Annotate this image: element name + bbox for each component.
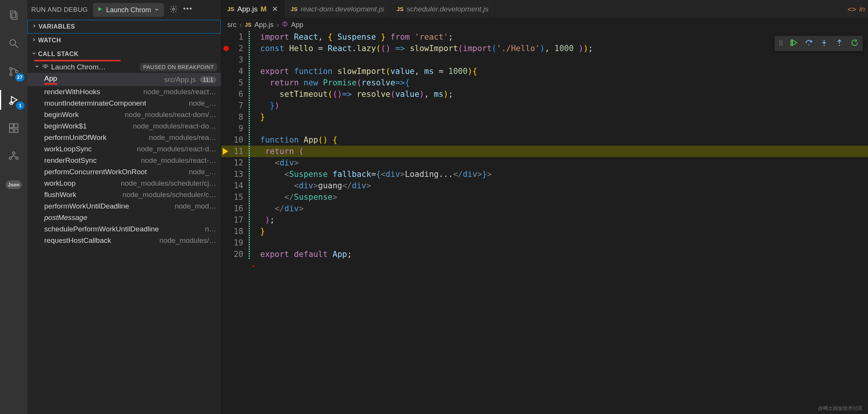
stack-frame[interactable]: postMessage bbox=[27, 212, 221, 223]
breakpoint-gutter[interactable] bbox=[221, 237, 231, 249]
callstack-section[interactable]: CALL STACK bbox=[27, 47, 221, 61]
code-line[interactable]: 17 ); bbox=[221, 214, 868, 226]
breakpoint-gutter[interactable] bbox=[221, 249, 231, 260]
debug-session[interactable]: Launch Chrom… PAUSED ON BREAKPOINT bbox=[27, 61, 221, 73]
git-graph-icon[interactable] bbox=[5, 147, 23, 165]
code-line[interactable]: 10 function App() { bbox=[221, 134, 868, 146]
code-line[interactable]: 1 import React, { Suspense } from 'react… bbox=[221, 31, 868, 43]
breakpoint-gutter[interactable] bbox=[221, 123, 231, 134]
code-line[interactable]: 19 bbox=[221, 237, 868, 249]
step-into-button[interactable] bbox=[820, 39, 828, 49]
code-line[interactable]: 9 bbox=[221, 123, 868, 134]
overflow-tab[interactable]: <> in bbox=[841, 0, 868, 18]
stack-frame[interactable]: renderWithHooksnode_modules/react… bbox=[27, 86, 221, 98]
code-content[interactable]: function App() { bbox=[251, 134, 868, 146]
code-content[interactable]: export default App; bbox=[251, 249, 868, 260]
breakpoint-gutter[interactable] bbox=[221, 54, 231, 66]
stack-frame[interactable]: workLoopSyncnode_modules/react-d… bbox=[27, 143, 221, 155]
editor-tab[interactable]: JSreact-dom.development.js bbox=[285, 0, 391, 18]
watch-section[interactable]: WATCH bbox=[27, 34, 221, 47]
extensions-icon[interactable] bbox=[5, 119, 23, 137]
breadcrumbs[interactable]: src › JS App.js › App bbox=[221, 18, 868, 31]
stack-frame[interactable]: schedulePerformWorkUntilDeadlinen… bbox=[27, 223, 221, 235]
editor-tab[interactable]: JSApp.jsM✕ bbox=[221, 0, 285, 18]
code-content[interactable]: export function slowImport(value, ms = 1… bbox=[251, 66, 868, 77]
breakpoint-gutter[interactable] bbox=[221, 191, 231, 203]
code-content[interactable]: </Suspense> bbox=[251, 191, 868, 203]
code-content[interactable]: <div> bbox=[251, 157, 868, 168]
stack-frame[interactable]: performUnitOfWorknode_modules/rea… bbox=[27, 132, 221, 143]
breakpoint-gutter[interactable] bbox=[221, 66, 231, 77]
breakpoint-gutter[interactable] bbox=[221, 88, 231, 100]
code-content[interactable]: return new Promise(resolve=>{ bbox=[251, 77, 868, 88]
code-line[interactable]: 20 export default App; bbox=[221, 249, 868, 260]
more-icon[interactable]: ••• bbox=[183, 5, 193, 15]
code-line[interactable]: 16 </div> bbox=[221, 203, 868, 214]
stack-frame[interactable]: mountIndeterminateComponentnode_… bbox=[27, 98, 221, 109]
close-tab-icon[interactable]: ✕ bbox=[272, 5, 278, 13]
code-line[interactable]: 2 const Hello = React.lazy(() => slowImp… bbox=[221, 43, 868, 54]
stack-frame[interactable]: requestHostCallbacknode_modules/… bbox=[27, 235, 221, 246]
code-line[interactable]: 13 <Suspense fallback={<div>Loading...</… bbox=[221, 168, 868, 180]
crumb-file[interactable]: App.js bbox=[254, 21, 273, 29]
stack-frame[interactable]: performWorkUntilDeadlinenode_mod… bbox=[27, 201, 221, 212]
gear-icon[interactable] bbox=[169, 5, 178, 15]
breakpoint-icon[interactable] bbox=[223, 46, 229, 51]
breakpoint-gutter[interactable] bbox=[221, 180, 231, 191]
breakpoint-gutter[interactable] bbox=[221, 203, 231, 214]
code-content[interactable]: } bbox=[251, 111, 868, 123]
code-content[interactable]: <Suspense fallback={<div>Loading...</div… bbox=[251, 168, 868, 180]
step-over-button[interactable] bbox=[805, 39, 813, 49]
breakpoint-gutter[interactable] bbox=[221, 100, 231, 111]
code-line[interactable]: 12 <div> bbox=[221, 157, 868, 168]
breakpoint-gutter[interactable] bbox=[221, 111, 231, 123]
stack-frame[interactable]: flushWorknode_modules/scheduler/c… bbox=[27, 189, 221, 201]
explorer-icon[interactable] bbox=[5, 6, 23, 24]
breakpoint-gutter[interactable] bbox=[221, 146, 231, 157]
drag-handle-icon[interactable]: ⠿ bbox=[778, 39, 783, 48]
stack-frame[interactable]: workLoopnode_modules/scheduler/cj… bbox=[27, 178, 221, 189]
breakpoint-gutter[interactable] bbox=[221, 43, 231, 54]
continue-button[interactable] bbox=[789, 39, 798, 49]
code-content[interactable]: }) bbox=[251, 100, 868, 111]
stack-frame[interactable]: renderRootSyncnode_modules/react-… bbox=[27, 155, 221, 166]
breakpoint-gutter[interactable] bbox=[221, 157, 231, 168]
code-editor[interactable]: 1 import React, { Suspense } from 'react… bbox=[221, 31, 868, 414]
code-line[interactable]: 15 </Suspense> bbox=[221, 191, 868, 203]
breakpoint-gutter[interactable] bbox=[221, 214, 231, 226]
code-content[interactable] bbox=[251, 123, 868, 134]
stack-frame[interactable]: Appsrc/App.js11:1 bbox=[27, 73, 221, 86]
crumb-symbol[interactable]: App bbox=[291, 21, 303, 29]
variables-section[interactable]: VARIABLES bbox=[27, 20, 221, 34]
source-control-icon[interactable]: 27 bbox=[5, 63, 23, 81]
code-content[interactable]: </div> bbox=[251, 203, 868, 214]
breakpoint-gutter[interactable] bbox=[221, 168, 231, 180]
stack-frame[interactable]: beginWork$1node_modules/react-do… bbox=[27, 120, 221, 132]
code-line[interactable]: 6 setTimeout(()=> resolve(value), ms); bbox=[221, 88, 868, 100]
json-tool-icon[interactable]: Json bbox=[5, 175, 23, 194]
stack-frame[interactable]: beginWorknode_modules/react-dom/… bbox=[27, 109, 221, 120]
code-content[interactable]: <div>guang</div> bbox=[251, 180, 868, 191]
code-line[interactable]: 8 } bbox=[221, 111, 868, 123]
debug-config-selector[interactable]: Launch Chrom bbox=[93, 3, 164, 17]
code-line[interactable]: 14 <div>guang</div> bbox=[221, 180, 868, 191]
code-line[interactable]: 4 export function slowImport(value, ms =… bbox=[221, 66, 868, 77]
code-line[interactable]: 3 bbox=[221, 54, 868, 66]
code-line[interactable]: 5 return new Promise(resolve=>{ bbox=[221, 77, 868, 88]
breakpoint-gutter[interactable] bbox=[221, 134, 231, 146]
stack-frame[interactable]: performConcurrentWorkOnRootnode_… bbox=[27, 166, 221, 178]
step-out-button[interactable] bbox=[835, 39, 844, 49]
code-content[interactable]: ); bbox=[251, 214, 868, 226]
code-line[interactable]: 18 } bbox=[221, 226, 868, 237]
breakpoint-gutter[interactable] bbox=[221, 31, 231, 43]
code-line[interactable]: 11 return ( bbox=[221, 146, 868, 157]
breakpoint-gutter[interactable] bbox=[221, 77, 231, 88]
editor-tab[interactable]: JSscheduler.development.js bbox=[391, 0, 495, 18]
code-content[interactable]: setTimeout(()=> resolve(value), ms); bbox=[251, 88, 868, 100]
debug-toolbar[interactable]: ⠿ bbox=[775, 36, 863, 51]
code-content[interactable] bbox=[251, 237, 868, 249]
start-debug-icon[interactable] bbox=[97, 6, 103, 14]
search-icon[interactable] bbox=[5, 34, 23, 53]
run-debug-icon[interactable]: 1 bbox=[5, 91, 23, 109]
code-content[interactable] bbox=[251, 54, 868, 66]
